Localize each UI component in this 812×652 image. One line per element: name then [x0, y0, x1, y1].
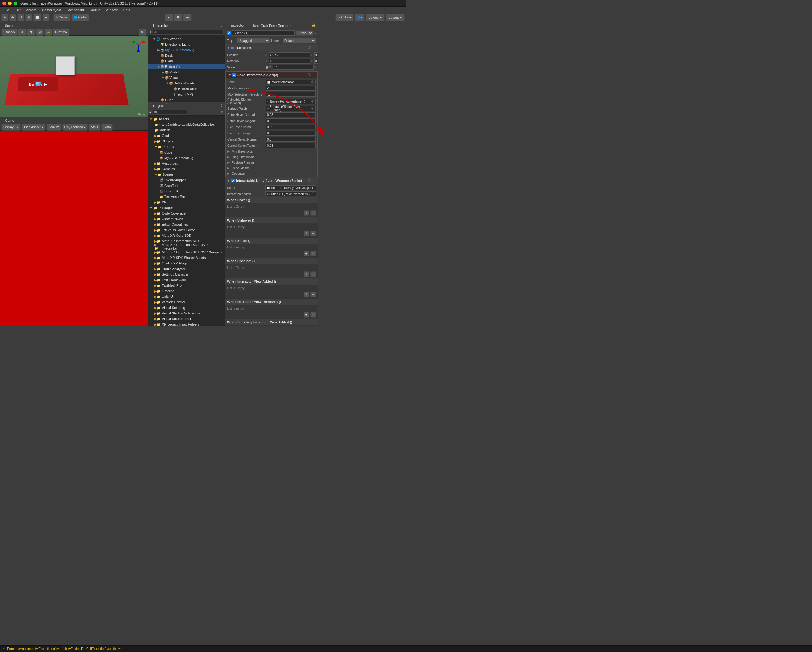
pos-x-input[interactable] [269, 52, 310, 57]
poke-exit-hover-tangent-input[interactable] [266, 131, 316, 136]
poke-position-pinning-foldout[interactable]: ▶ Position Pinning [226, 160, 317, 165]
poke-cancel-select-tangent-input[interactable] [266, 143, 316, 148]
poke-enter-hover-normal-input[interactable] [266, 112, 316, 117]
tab-scene[interactable]: Scene [2, 23, 18, 28]
iew-menu[interactable]: ⋮ [313, 179, 316, 183]
tab-hand-grab[interactable]: Hand Grab Pose Recorder [248, 23, 295, 28]
scene-light-btn[interactable]: 💡 [27, 29, 35, 36]
hierarchy-item-button1[interactable]: ▼ 📦 Button (1) [148, 64, 225, 69]
hierarchy-item-visuals[interactable]: ▼ 📦 Visuals [148, 75, 225, 81]
hierarchy-search-input[interactable] [153, 30, 224, 35]
scene-content[interactable]: Button ▶ x y z [0, 36, 148, 117]
project-item-codecoverage[interactable]: ▶📁 Code Coverage [148, 211, 225, 216]
when-interactor-view-added-header[interactable]: When Interactor View Added () [225, 278, 318, 284]
poke-cancel-select-normal-input[interactable] [266, 137, 316, 142]
project-item-eventwrapper-scene[interactable]: 🎬 EventWrapper [148, 177, 225, 183]
hierarchy-item-buttonvisuals[interactable]: ▼ 📦 ButtonVisuals [148, 81, 225, 86]
hierarchy-item-eventwrapper[interactable]: ▼ 🌐 EventWrapper* [148, 36, 225, 41]
project-item-assets[interactable]: ▼ 📁 Assets [148, 116, 225, 122]
when-ivr-remove-btn[interactable]: − [310, 312, 316, 318]
when-hover-header[interactable]: When Hover () [225, 197, 318, 203]
toolbar-rect-btn[interactable]: ⬜ [33, 14, 41, 21]
poke-min-thresholds-foldout[interactable]: ▶ Min Thresholds [226, 148, 317, 154]
when-interactor-view-removed-header[interactable]: When Interactor View Removed () [225, 299, 318, 305]
hierarchy-add-btn[interactable]: + [150, 30, 151, 34]
play-button[interactable]: ▶ [165, 14, 173, 21]
project-item-plugins[interactable]: ▶📁 Plugins [148, 138, 225, 144]
when-ivr-add-btn[interactable]: + [304, 312, 309, 318]
project-item-timeline[interactable]: ▶📁 Timeline [148, 288, 225, 294]
menu-edit[interactable]: Edit [12, 8, 23, 12]
poke-max-interactors-input[interactable] [266, 86, 316, 91]
poke-interactable-header[interactable]: ▼ Poke Interactable (Script) ⓘ ⋮ [226, 72, 317, 78]
inspector-lock-btn[interactable]: 🔒 [311, 23, 316, 27]
static-arrow[interactable]: ▾ [314, 31, 316, 35]
project-item-handgrab[interactable]: 📁 HandGrabInteractableDataCollection [148, 122, 225, 127]
layers-dropdown[interactable]: Layers ▾ [366, 14, 385, 21]
project-item-scenes[interactable]: ▼📁 Scenes [148, 172, 225, 177]
tag-select[interactable]: Untagged [237, 38, 270, 43]
hierarchy-item-model[interactable]: ▶ 📦 Model [148, 69, 225, 75]
menu-gameobject[interactable]: GameObject [40, 8, 64, 12]
iew-script-ref[interactable]: 📄 InteractableUnityEventWrapper [265, 185, 316, 190]
when-hover-add-btn[interactable]: + [304, 210, 309, 216]
when-hover-remove-btn[interactable]: − [310, 210, 316, 216]
hierarchy-menu-btn[interactable]: ⋮ [220, 23, 223, 27]
menu-window[interactable]: Window [103, 8, 120, 12]
when-iva-add-btn[interactable]: + [304, 292, 309, 297]
project-item-textmeshpro[interactable]: 📁 TextMesh Pro [148, 194, 225, 200]
close-button[interactable] [3, 2, 6, 5]
when-select-remove-btn[interactable]: − [310, 251, 316, 257]
layout-dropdown[interactable]: Layout ▾ [386, 14, 404, 21]
project-item-profileanalyzer[interactable]: ▶📁 Profile Analyzer [148, 266, 225, 272]
iew-interactable-view-ref[interactable]: ◆ Button (1) (Poke Interactable) ⓘ [265, 191, 316, 196]
hierarchy-item-desk[interactable]: 📦 Desk [148, 53, 225, 58]
project-item-settingsmgr[interactable]: ▶📁 Settings Manager [148, 272, 225, 277]
project-item-oculus[interactable]: ▶📁 Oculus [148, 133, 225, 138]
menu-help[interactable]: Help [121, 8, 133, 12]
minimize-button[interactable] [8, 2, 12, 5]
tab-game[interactable]: Game [2, 118, 17, 123]
when-unhover-add-btn[interactable]: + [304, 231, 309, 236]
rot-y-input[interactable] [314, 59, 318, 64]
poke-surface-info[interactable]: ⓘ [311, 107, 314, 111]
project-item-vscode[interactable]: ▶📁 Visual Studio Code Editor [148, 310, 225, 316]
game-play-focused-btn[interactable]: Play Focused ▾ [62, 124, 88, 131]
project-item-versionctrl[interactable]: ▶📁 Version Control [148, 299, 225, 305]
game-display-btn[interactable]: Display 1 ▾ [1, 124, 21, 131]
project-add-btn[interactable]: + [150, 110, 151, 114]
project-item-metaxrovr[interactable]: ▶📁 Meta XR Interaction SDK OVR Integrati… [148, 244, 225, 249]
obj-name-input[interactable] [232, 30, 295, 36]
project-item-grabtest[interactable]: 🎬 GrabTest [148, 183, 225, 188]
project-item-metaxrovrsamp[interactable]: ▶📁 Meta XR Interaction SDK OVR Samples [148, 249, 225, 255]
toolbar-pivot-btn[interactable]: ⊙ Center [53, 14, 70, 21]
game-stats-btn[interactable]: Stats [89, 124, 100, 131]
scene-fx-btn[interactable]: ✨ [44, 29, 52, 36]
project-item-cube-prefab[interactable]: 📦 Cube [148, 150, 225, 155]
poke-max-selecting-input[interactable] [266, 92, 316, 97]
project-search-input[interactable] [153, 110, 187, 115]
project-item-metaxrcore[interactable]: ▶📁 Meta XR Core SDK [148, 233, 225, 238]
transform-menu[interactable]: ⋮ [313, 46, 316, 50]
project-item-testframework[interactable]: ▶📁 Test Framework [148, 277, 225, 283]
project-item-editorcoroutines[interactable]: ▶📁 Editor Coroutines [148, 221, 225, 227]
project-item-material[interactable]: 📁 Material [148, 127, 225, 133]
poke-enable-checkbox[interactable] [232, 73, 236, 77]
transform-header[interactable]: ▼ ⊞ Transform ⓘ ⋮ [225, 44, 318, 51]
game-aspect-btn[interactable]: Free Aspect ▾ [22, 124, 45, 131]
iew-enable-checkbox[interactable] [231, 179, 235, 183]
poke-exit-hover-normal-input[interactable] [266, 125, 316, 130]
obj-active-checkbox[interactable] [227, 31, 231, 35]
project-item-prefabs[interactable]: ▼📁 Prefabs [148, 144, 225, 150]
when-select-add-btn[interactable]: + [304, 251, 309, 257]
when-select-header[interactable]: When Select () [225, 238, 318, 244]
when-unselect-add-btn[interactable]: + [304, 271, 309, 277]
hierarchy-item-myovrcamerarig[interactable]: ▶ 📷 MyOVRCameraRig [148, 47, 225, 53]
poke-pointable-ref[interactable]: ⊙ None (IPointableElement) ⓘ [266, 99, 316, 104]
menu-assets[interactable]: Assets [24, 8, 39, 12]
hierarchy-item-texttmp[interactable]: T Text (TMP) [148, 92, 225, 97]
project-item-jetbrains[interactable]: ▶📁 JetBrains Rider Editor [148, 227, 225, 233]
project-item-packages[interactable]: ▼ 📁 Packages [148, 205, 225, 211]
scene-2d-btn[interactable]: 2D [18, 29, 26, 36]
account-button[interactable]: 👤▾ [355, 14, 365, 21]
